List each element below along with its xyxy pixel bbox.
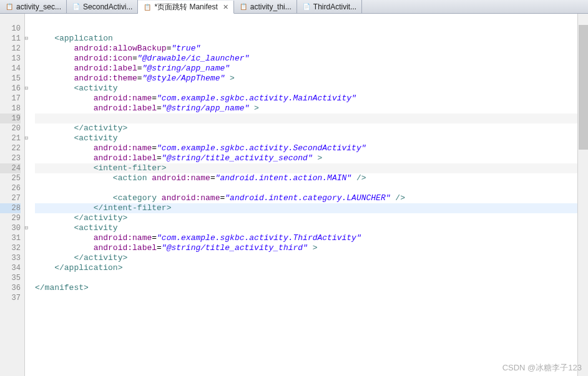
code-line[interactable]: android:label="@string/title_activity_th… <box>35 243 588 253</box>
line-number: 34 <box>0 263 21 273</box>
editor-tab-0[interactable]: 📋activity_sec... <box>0 0 67 13</box>
line-number: 18 <box>0 104 21 113</box>
code-line[interactable]: <activity <box>35 84 588 94</box>
tab-label: SecondActivi... <box>83 2 132 11</box>
code-line[interactable]: android:name="com.example.sgkbc.activity… <box>35 94 588 104</box>
code-line[interactable] <box>35 24 588 34</box>
tab-bar: 📋activity_sec...📄SecondActivi...📋*页面跳转 M… <box>0 0 588 14</box>
code-line[interactable]: </application> <box>35 263 588 273</box>
code-line[interactable]: <intent-filter> <box>35 163 588 173</box>
line-number: 33 <box>0 253 21 263</box>
xml-file-icon: 📋 <box>239 2 248 11</box>
line-number: 25 <box>0 173 21 183</box>
code-line[interactable] <box>35 113 588 123</box>
editor-tab-4[interactable]: 📄ThirdActivit... <box>297 0 362 13</box>
code-line[interactable]: </intent-filter> <box>35 203 588 213</box>
line-number: 16 <box>0 84 21 94</box>
tab-label: activity_sec... <box>16 2 61 11</box>
line-number: 32 <box>0 243 21 253</box>
line-number: 35 <box>0 273 21 283</box>
code-line[interactable]: <application <box>35 34 588 44</box>
line-number: 19 <box>0 113 21 123</box>
line-number: 23 <box>0 153 21 163</box>
code-line[interactable]: <activity <box>35 133 588 143</box>
tab-label: activity_thi... <box>250 2 292 11</box>
line-number: 20 <box>0 123 21 133</box>
code-line[interactable]: android:label="@string/app_name" > <box>35 104 588 113</box>
line-number: 30 <box>0 223 21 233</box>
line-number: 13 <box>0 54 21 64</box>
code-line[interactable]: android:theme="@style/AppTheme" > <box>35 74 588 84</box>
java-file-icon: 📄 <box>72 2 81 11</box>
line-number: 22 <box>0 143 21 153</box>
line-number: 28 <box>0 203 21 213</box>
scroll-thumb[interactable] <box>579 25 588 150</box>
line-number: 15 <box>0 74 21 84</box>
code-line[interactable]: android:icon="@drawable/ic_launcher" <box>35 54 588 64</box>
editor-tab-3[interactable]: 📋activity_thi... <box>234 0 297 13</box>
code-line[interactable] <box>35 14 588 24</box>
line-number: 11 <box>0 34 21 44</box>
code-line[interactable]: </activity> <box>35 123 588 133</box>
tab-label: ThirdActivit... <box>313 2 356 11</box>
code-line[interactable] <box>35 293 588 303</box>
line-number: 21 <box>0 133 21 143</box>
editor-tab-1[interactable]: 📄SecondActivi... <box>67 0 138 13</box>
line-number: 24 <box>0 163 21 173</box>
code-line[interactable]: android:label="@string/title_activity_se… <box>35 153 588 163</box>
line-number: 10 <box>0 24 21 34</box>
xml-file-icon: 📋 <box>143 2 152 11</box>
code-line[interactable]: </activity> <box>35 253 588 263</box>
code-line[interactable]: </activity> <box>35 213 588 223</box>
code-line[interactable] <box>35 273 588 283</box>
line-number: 36 <box>0 283 21 293</box>
line-number: 29 <box>0 213 21 223</box>
code-line[interactable]: <activity <box>35 223 588 233</box>
line-number: 12 <box>0 44 21 54</box>
code-editor: 1011121314151617181920212223242526272829… <box>0 14 588 376</box>
code-line[interactable]: android:allowBackup="true" <box>35 44 588 54</box>
line-number: 14 <box>0 64 21 74</box>
line-number: 37 <box>0 293 21 303</box>
line-number: 31 <box>0 233 21 243</box>
code-line[interactable]: android:name="com.example.sgkbc.activity… <box>35 233 588 243</box>
line-number: 26 <box>0 183 21 193</box>
line-number <box>0 14 21 24</box>
code-line[interactable]: <action android:name="android.intent.act… <box>35 173 588 183</box>
code-line[interactable] <box>35 183 588 193</box>
xml-file-icon: 📋 <box>5 2 14 11</box>
java-file-icon: 📄 <box>302 2 311 11</box>
vertical-scrollbar[interactable] <box>577 14 588 376</box>
line-number: 17 <box>0 94 21 104</box>
tab-label: *页面跳转 Manifest <box>154 2 217 12</box>
code-line[interactable]: </manifest> <box>35 283 588 293</box>
code-line[interactable]: <category android:name="android.intent.c… <box>35 193 588 203</box>
editor-tab-2[interactable]: 📋*页面跳转 Manifest✕ <box>138 1 233 14</box>
close-icon[interactable]: ✕ <box>223 3 228 11</box>
line-gutter: 1011121314151617181920212223242526272829… <box>0 14 25 376</box>
code-line[interactable]: android:name="com.example.sgkbc.activity… <box>35 143 588 153</box>
line-number: 27 <box>0 193 21 203</box>
code-area[interactable]: <application android:allowBackup="true" … <box>25 14 588 376</box>
code-line[interactable]: android:label="@string/app_name" <box>35 64 588 74</box>
